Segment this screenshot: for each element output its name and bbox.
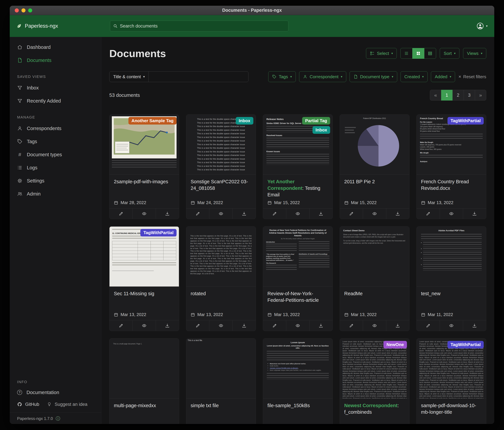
download-document-button[interactable] xyxy=(463,320,486,331)
view-details-button[interactable] xyxy=(424,48,436,59)
document-title[interactable]: Newest Correspondent: f_combineds xyxy=(344,402,405,415)
document-card[interactable]: Review of New York Federal Petitions for… xyxy=(263,226,333,331)
document-title[interactable]: Yet Another Correspondent: Testing Email xyxy=(267,178,328,198)
sidebar-item-correspondents[interactable]: Correspondents xyxy=(10,122,101,135)
document-card[interactable]: This is a test file. simple txt file xyxy=(186,338,256,424)
download-document-button[interactable] xyxy=(463,208,486,219)
tag-chip[interactable]: NewOne xyxy=(383,341,407,348)
sort-button[interactable]: Sort ▾ xyxy=(440,48,459,59)
reset-filters-button[interactable]: × Reset filters xyxy=(459,74,486,79)
preview-document-button[interactable] xyxy=(133,208,156,219)
document-card[interactable]: Lorem ipsum Lorem ipsum dolor sit amet, … xyxy=(263,338,333,424)
document-thumbnail[interactable]: Lorem ipsum Lorem ipsum dolor sit amet, … xyxy=(263,338,333,399)
document-thumbnail[interactable]: Adobe Acrobat PDF Files xyxy=(417,227,486,287)
document-card[interactable]: This is the text that appears on the fir… xyxy=(186,226,256,331)
zoom-button[interactable] xyxy=(28,8,32,12)
document-title[interactable]: 2011 BP Pie 2 xyxy=(344,178,405,185)
document-thumbnail[interactable]: Lorem ipsum dolor sit amet, consectetur … xyxy=(340,338,409,399)
user-menu[interactable]: ▾ xyxy=(476,22,487,30)
filter-created-button[interactable]: Created ▾ xyxy=(401,71,428,82)
document-title[interactable]: French Country Bread Revised.docx xyxy=(421,178,482,191)
edit-document-button[interactable] xyxy=(263,208,286,219)
tag-chip[interactable]: Inbox xyxy=(313,126,330,134)
document-title[interactable]: 2sample-pdf-with-images xyxy=(114,178,175,185)
suggest-idea-link[interactable]: Suggest an idea xyxy=(47,402,87,407)
filter-text-input[interactable] xyxy=(149,74,248,79)
filter-document-type-button[interactable]: Document type ▾ xyxy=(350,71,397,82)
info-circle-icon[interactable]: ⓘ xyxy=(55,416,61,421)
close-button[interactable] xyxy=(15,8,19,12)
preview-document-button[interactable] xyxy=(440,208,463,219)
document-thumbnail[interactable]: Contact Sheet Demo Given a set of image … xyxy=(340,227,409,287)
document-title[interactable]: Sonstige ScanPC2022 03-24_081058 xyxy=(191,178,251,191)
download-document-button[interactable] xyxy=(309,208,333,219)
document-card[interactable]: Contact Sheet Demo Given a set of image … xyxy=(340,226,409,331)
document-thumbnail[interactable]: Review of New York Federal Petitions for… xyxy=(263,227,333,287)
view-grid-button[interactable] xyxy=(412,48,424,59)
document-title[interactable]: Sec 11-Missing sig xyxy=(114,290,175,297)
preview-document-button[interactable] xyxy=(133,320,156,331)
document-card[interactable]: This is a test for the double space char… xyxy=(186,114,256,219)
document-card[interactable]: French Country Bread For the Leaven: 1 h… xyxy=(416,114,486,219)
global-search-input[interactable] xyxy=(120,24,285,29)
document-thumbnail[interactable]: This is a multi page document. Page 1. xyxy=(109,338,179,399)
tag-chip[interactable]: Another Sample Tag xyxy=(128,117,177,124)
download-document-button[interactable] xyxy=(156,320,179,331)
document-title[interactable]: file-sample_150kBs xyxy=(267,402,328,409)
document-thumbnail[interactable]: Another Sample Tag xyxy=(109,115,179,175)
document-title[interactable]: multi-page-mixedxx xyxy=(114,402,175,409)
document-card[interactable]: Patient BP Distribution 2011 xyxy=(340,114,409,219)
edit-document-button[interactable] xyxy=(186,320,209,331)
document-title[interactable]: Review-of-New-York-Federal-Petitions-art… xyxy=(267,290,328,303)
download-document-button[interactable] xyxy=(386,208,409,219)
pagination-page-1[interactable]: 1 xyxy=(441,90,452,101)
document-card[interactable]: Release Notes Simba ODBC Driver for SQL … xyxy=(263,114,333,219)
tag-chip[interactable]: TagWithPartial xyxy=(140,229,177,236)
document-card[interactable]: This is a multi page document. Page 1. m… xyxy=(109,338,179,424)
edit-document-button[interactable] xyxy=(263,320,286,331)
document-card[interactable]: Lorem ipsum dolor sit amet, consectetur … xyxy=(340,338,409,424)
download-document-button[interactable] xyxy=(309,320,333,331)
document-card[interactable]: 11. CONTINUING MEDICAL EDUCATION xyxy=(109,226,179,331)
sidebar-item-documents[interactable]: Documents xyxy=(10,54,101,67)
correspondent-link[interactable]: Newest Correspondent xyxy=(344,403,397,408)
filter-field-select[interactable]: Title & content ▾ xyxy=(109,72,149,82)
document-thumbnail[interactable]: This is the text that appears on the fir… xyxy=(186,227,256,287)
tag-chip[interactable]: TagWithPartial xyxy=(448,117,484,124)
tag-chip[interactable]: Partial Tag xyxy=(302,117,330,124)
filter-added-button[interactable]: Added ▾ xyxy=(431,71,455,82)
document-thumbnail[interactable]: This is a test file. xyxy=(186,338,256,399)
document-title[interactable]: simple txt file xyxy=(191,402,251,409)
preview-document-button[interactable] xyxy=(363,208,386,219)
select-button[interactable]: Select ▾ xyxy=(366,48,397,59)
sidebar-item-settings[interactable]: Settings xyxy=(10,174,101,187)
filter-tags-button[interactable]: Tags ▾ xyxy=(268,71,296,82)
edit-document-button[interactable] xyxy=(109,320,133,331)
edit-document-button[interactable] xyxy=(109,208,133,219)
views-button[interactable]: Views ▾ xyxy=(463,48,486,59)
edit-document-button[interactable] xyxy=(340,320,363,331)
correspondent-link[interactable]: Yet Another Correspondent xyxy=(267,179,302,191)
download-document-button[interactable] xyxy=(386,320,409,331)
document-thumbnail[interactable]: Patient BP Distribution 2011 xyxy=(340,115,409,175)
document-title[interactable]: ReadMe xyxy=(344,290,405,297)
edit-document-button[interactable] xyxy=(186,208,209,219)
sidebar-item-document-types[interactable]: # Document types xyxy=(10,148,101,161)
document-thumbnail[interactable]: Release Notes Simba ODBC Driver for SQL … xyxy=(263,115,333,175)
document-title[interactable]: rotated xyxy=(191,290,251,297)
pagination-page-2[interactable]: 2 xyxy=(452,90,464,101)
pagination-prev[interactable]: « xyxy=(430,90,441,101)
sidebar-item-recently-added[interactable]: Recently Added xyxy=(10,94,101,107)
pagination-next[interactable]: » xyxy=(475,90,486,101)
download-document-button[interactable] xyxy=(233,208,256,219)
document-card[interactable]: Adobe Acrobat PDF Files test_new Mar 11, xyxy=(416,226,486,331)
document-card[interactable]: Lorem ipsum dolor sit amet, consectetur … xyxy=(416,338,486,424)
preview-document-button[interactable] xyxy=(440,320,463,331)
document-thumbnail[interactable]: Lorem ipsum dolor sit amet, consectetur … xyxy=(417,338,486,399)
document-thumbnail[interactable]: 11. CONTINUING MEDICAL EDUCATION xyxy=(109,227,179,287)
document-thumbnail[interactable]: French Country Bread For the Leaven: 1 h… xyxy=(417,115,486,175)
document-title[interactable]: test_new xyxy=(421,290,482,297)
document-title[interactable]: sample-pdf-download-10-mb-longer-title xyxy=(421,402,482,415)
sidebar-item-dashboard[interactable]: Dashboard xyxy=(10,41,101,54)
sidebar-item-inbox[interactable]: Inbox xyxy=(10,81,101,94)
